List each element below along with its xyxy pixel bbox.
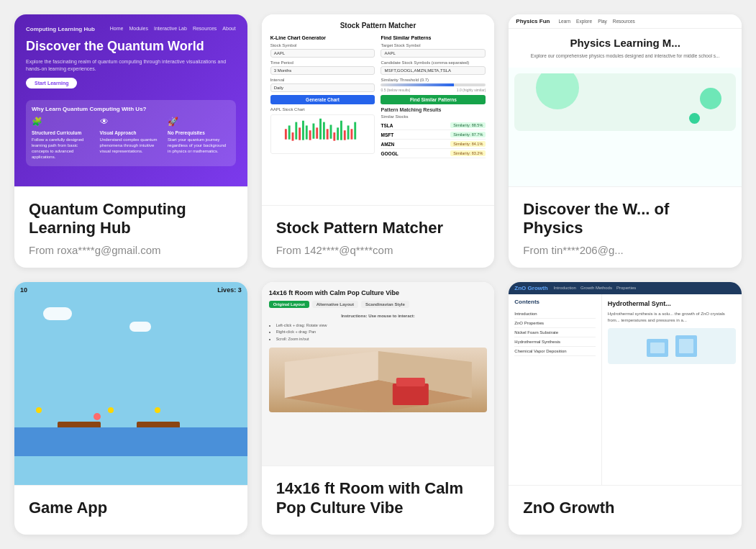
c1-why-title: Why Learn Quantum Computing With Us?: [32, 106, 230, 112]
card-zno-growth[interactable]: ZnO Growth Introduction Growth Methods P…: [509, 282, 742, 535]
card-quantum-computing[interactable]: Computing Learning Hub Home Modules Inte…: [14, 14, 247, 268]
card5-info: 14x16 ft Room with Calm Pop Culture Vibe: [262, 466, 495, 535]
c6-sidebar-item-1: Introduction: [514, 309, 595, 319]
svg-rect-13: [329, 124, 332, 138]
svg-rect-3: [295, 122, 297, 140]
svg-rect-6: [305, 125, 307, 139]
c3-hero: Physics Learning M... Explore our compre…: [509, 29, 742, 68]
c2-right: Find Similar Patterns Target Stock Symbo…: [381, 35, 486, 158]
c1-feature-desc-1: Follow a carefully designed learning pat…: [32, 137, 94, 160]
c4-dot-1: [36, 407, 42, 413]
svg-rect-17: [343, 130, 345, 140]
c5-instructions-list: Left-click + drag: Rotate view Right-cli…: [269, 322, 488, 344]
c2-label-candidates: Candidate Stock Symbols (comma-separated…: [381, 60, 486, 65]
c1-logo: Computing Learning Hub: [26, 26, 95, 32]
c6-sidebar-title: Contents: [514, 299, 595, 305]
c6-nav-methods: Growth Methods: [580, 286, 612, 290]
c6-main-title: Hydrothermal Synt...: [608, 300, 736, 307]
card1-preview: Computing Learning Hub Home Modules Inte…: [14, 14, 247, 186]
svg-rect-27: [650, 342, 665, 353]
c1-feature-desc-2: Understand complex quantum phenomena thr…: [100, 137, 163, 154]
c2-result-1: TSLA Similarity: 88.5%: [381, 121, 486, 130]
c2-sim-1: Similarity: 88.5%: [450, 122, 486, 128]
c2-input-target: AAPL: [381, 49, 486, 58]
c1-nav-modules: Modules: [129, 26, 148, 32]
svg-rect-11: [323, 122, 325, 140]
c2-input-interval: Daily: [270, 83, 375, 92]
c2-sim-3: Similarity: 84.1%: [450, 141, 486, 147]
c5-tab-original: Original Layout: [269, 301, 309, 308]
card4-preview: 10 Lives: 3: [14, 282, 247, 485]
card2-author: From 142****@q****com: [276, 244, 481, 256]
c1-feature-title-3: No Prerequisites: [168, 130, 230, 136]
svg-rect-9: [316, 127, 318, 138]
c5-instruction-3: Scroll: Zoom in/out: [276, 336, 488, 343]
c1-feature-title-2: Visual Approach: [100, 130, 163, 136]
c2-slider-min: 0.5 (below results): [381, 88, 410, 92]
c2-label-symbol: Stock Symbol: [270, 43, 375, 47]
c6-sidebar-item-3: Nickel Foam Substrate: [514, 328, 595, 337]
svg-rect-5: [302, 121, 304, 140]
svg-rect-2: [291, 132, 293, 141]
svg-rect-0: [285, 129, 287, 139]
c3-nav-play: Play: [598, 19, 607, 24]
svg-rect-15: [337, 127, 339, 140]
svg-rect-19: [350, 129, 352, 139]
card3-info: Discover the W... of Physics From tin***…: [509, 186, 742, 268]
svg-rect-25: [396, 378, 424, 386]
c6-content: Contents Introduction ZnO Properties Nic…: [509, 294, 742, 485]
card-room-designer[interactable]: 14x16 ft Room with Calm Pop Culture Vibe…: [262, 282, 495, 535]
c1-feature-1: 🧩 Structured Curriculum Follow a careful…: [32, 117, 94, 160]
c1-hero-sub: Explore the fascinating realm of quantum…: [26, 58, 236, 73]
c6-logo: ZnO Growth: [514, 285, 547, 291]
c4-ground: [14, 427, 247, 456]
c3-module-area: [514, 73, 736, 131]
c2-input-symbol: AAPL: [270, 49, 375, 58]
c1-nav-resources: Resources: [193, 26, 217, 32]
c3-hero-title: Physics Learning M...: [517, 37, 733, 50]
c2-ticker-1: TSLA: [381, 123, 393, 128]
c4-ball: [94, 413, 101, 420]
c4-score: 10: [20, 286, 27, 294]
c5-tab-scandinavian: Scandinavian Style: [361, 301, 409, 308]
c1-features: 🧩 Structured Curriculum Follow a careful…: [32, 117, 230, 160]
c6-sidebar-item-2: ZnO Properties: [514, 319, 595, 328]
c2-ticker-2: MSFT: [381, 132, 393, 137]
svg-rect-20: [354, 122, 356, 140]
c6-sidebar: Contents Introduction ZnO Properties Nic…: [509, 294, 601, 485]
c3-circle-1: [536, 73, 579, 109]
svg-rect-14: [333, 132, 335, 141]
svg-rect-24: [392, 384, 428, 405]
c2-input-candidates: MSFT,GOOGL,AMZN,META,TSLA: [381, 66, 486, 75]
c3-circle-3: [689, 113, 700, 124]
c2-ticker-4: GOOGL: [381, 151, 398, 156]
c2-sim-4: Similarity: 83.2%: [450, 150, 486, 156]
card-physics-fun[interactable]: Physics Fun Learn Explore Play Resources…: [509, 14, 742, 268]
c3-hero-sub: Explore our comprehensive physics module…: [517, 53, 733, 59]
c1-why-section: Why Learn Quantum Computing With Us? 🧩 S…: [26, 100, 236, 165]
c6-nav-items: Introduction Growth Methods Properties: [554, 286, 637, 290]
c2-chart-label: AAPL Stock Chart: [270, 107, 375, 112]
card1-info: Quantum Computing Learning Hub From roxa…: [14, 186, 247, 268]
c2-grid: K-Line Chart Generator Stock Symbol AAPL…: [270, 35, 486, 158]
svg-rect-8: [312, 124, 314, 139]
card6-title: ZnO Growth: [523, 499, 727, 517]
c6-main-content: Hydrothermal Synt... Hydrothermal synthe…: [602, 294, 742, 485]
card-game[interactable]: 10 Lives: 3 Game App: [14, 282, 247, 535]
svg-rect-16: [340, 121, 342, 140]
c2-chart-area: [270, 114, 375, 154]
c1-feature-icon-1: 🧩: [32, 117, 94, 128]
card6-info: ZnO Growth: [509, 485, 742, 535]
c4-dot-3: [155, 407, 160, 413]
c2-slider-max: 1.0 (highly similar): [457, 88, 486, 92]
c2-sim-2: Similarity: 87.7%: [450, 132, 486, 137]
c2-input-period: 3 Months: [270, 66, 375, 75]
c6-sidebar-item-5: Chemical Vapor Deposition: [514, 347, 595, 356]
c1-nav-home: Home: [110, 26, 124, 32]
card-stock-pattern[interactable]: Stock Pattern Matcher K-Line Chart Gener…: [262, 14, 495, 268]
c5-tab-alternative: Alternative Layout: [312, 301, 358, 308]
c2-title: Stock Pattern Matcher: [270, 22, 486, 30]
svg-rect-29: [679, 339, 693, 353]
svg-rect-7: [309, 130, 311, 140]
c1-feature-desc-3: Start your quantum journey regardless of…: [168, 137, 230, 154]
